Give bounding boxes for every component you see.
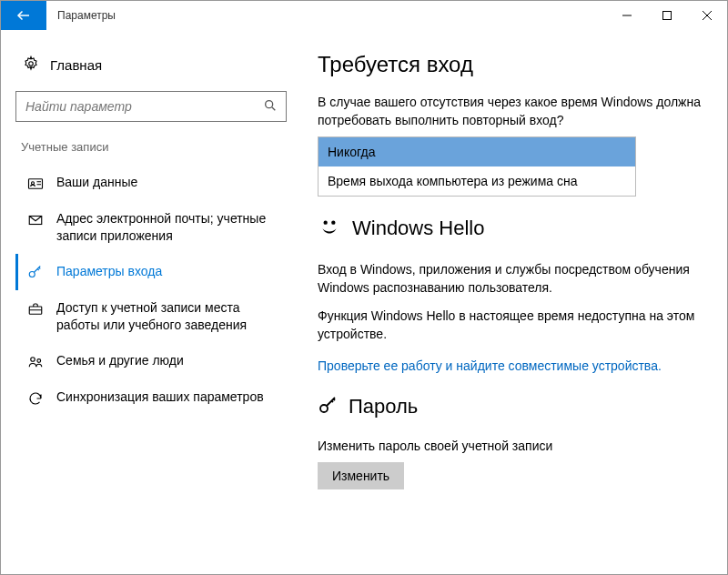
svg-point-4 bbox=[32, 182, 35, 185]
sidebar-item-label: Синхронизация ваших параметров bbox=[56, 388, 264, 406]
hello-desc-2: Функция Windows Hello в настоящее время … bbox=[318, 308, 705, 343]
signin-dropdown[interactable]: Никогда Время выхода компьютера из режим… bbox=[318, 136, 636, 197]
signin-prompt: В случае вашего отсутствия через какое в… bbox=[318, 94, 705, 129]
svg-point-11 bbox=[331, 221, 335, 225]
content: Главная Учетные записи Ваши данные Адрес… bbox=[1, 30, 727, 574]
svg-point-10 bbox=[324, 221, 328, 225]
sidebar-item-label: Адрес электронной почты; учетные записи … bbox=[56, 210, 281, 245]
windows-hello-heading: Windows Hello bbox=[318, 215, 705, 241]
svg-point-1 bbox=[29, 62, 34, 66]
svg-rect-0 bbox=[663, 12, 672, 20]
mail-icon bbox=[27, 212, 44, 228]
minimize-button[interactable] bbox=[607, 1, 647, 30]
briefcase-icon bbox=[27, 301, 44, 318]
dropdown-option-never[interactable]: Никогда bbox=[318, 137, 635, 166]
password-desc: Изменить пароль своей учетной записи bbox=[318, 438, 705, 456]
signin-heading: Требуется вход bbox=[318, 52, 705, 77]
sidebar-item-work-access[interactable]: Доступ к учетной записи места работы или… bbox=[15, 290, 287, 343]
search-box bbox=[15, 91, 287, 122]
password-title: Пароль bbox=[349, 395, 418, 419]
svg-point-2 bbox=[266, 101, 273, 108]
key-icon bbox=[27, 265, 44, 281]
main-panel: Требуется вход В случае вашего отсутстви… bbox=[301, 30, 727, 574]
maximize-button[interactable] bbox=[647, 1, 687, 30]
sidebar-item-label: Параметры входа bbox=[56, 263, 162, 280]
svg-point-6 bbox=[29, 271, 35, 277]
svg-point-8 bbox=[31, 357, 35, 361]
password-heading: Пароль bbox=[318, 395, 705, 419]
search-input[interactable] bbox=[15, 91, 287, 122]
window-title: Параметры bbox=[46, 1, 126, 30]
key-icon bbox=[318, 395, 339, 419]
titlebar: Параметры bbox=[1, 1, 727, 30]
sidebar-item-email-accounts[interactable]: Адрес электронной почты; учетные записи … bbox=[15, 201, 287, 254]
change-password-button[interactable]: Изменить bbox=[318, 462, 404, 489]
sidebar-item-label: Доступ к учетной записи места работы или… bbox=[56, 299, 281, 334]
sidebar-item-your-info[interactable]: Ваши данные bbox=[15, 165, 287, 201]
smile-icon bbox=[318, 215, 341, 241]
svg-rect-3 bbox=[29, 179, 43, 189]
search-icon bbox=[263, 98, 278, 113]
home-label: Главная bbox=[50, 57, 102, 73]
svg-point-12 bbox=[320, 405, 328, 412]
sidebar-item-signin-options[interactable]: Параметры входа bbox=[15, 254, 287, 290]
sidebar-section-title: Учетные записи bbox=[21, 140, 287, 154]
sidebar-item-family[interactable]: Семья и другие люди bbox=[15, 343, 287, 379]
back-button[interactable] bbox=[1, 1, 46, 30]
sidebar: Главная Учетные записи Ваши данные Адрес… bbox=[1, 30, 301, 574]
hello-title: Windows Hello bbox=[352, 217, 485, 240]
home-link[interactable]: Главная bbox=[23, 55, 287, 75]
close-button[interactable] bbox=[687, 1, 727, 30]
svg-point-9 bbox=[37, 358, 41, 362]
hello-link[interactable]: Проверьте ее работу и найдите совместимы… bbox=[318, 358, 705, 373]
id-card-icon bbox=[27, 176, 44, 192]
titlebar-spacer bbox=[126, 1, 607, 30]
sidebar-item-label: Семья и другие люди bbox=[56, 352, 184, 369]
hello-desc-1: Вход в Windows, приложения и службы поср… bbox=[318, 261, 705, 297]
people-icon bbox=[27, 354, 44, 370]
sync-icon bbox=[27, 390, 44, 407]
sidebar-item-label: Ваши данные bbox=[56, 174, 137, 191]
dropdown-option-sleep[interactable]: Время выхода компьютера из режима сна bbox=[318, 166, 635, 196]
sidebar-item-sync[interactable]: Синхронизация ваших параметров bbox=[15, 379, 287, 416]
gear-icon bbox=[23, 55, 39, 75]
sidebar-nav: Ваши данные Адрес электронной почты; уче… bbox=[15, 165, 287, 416]
